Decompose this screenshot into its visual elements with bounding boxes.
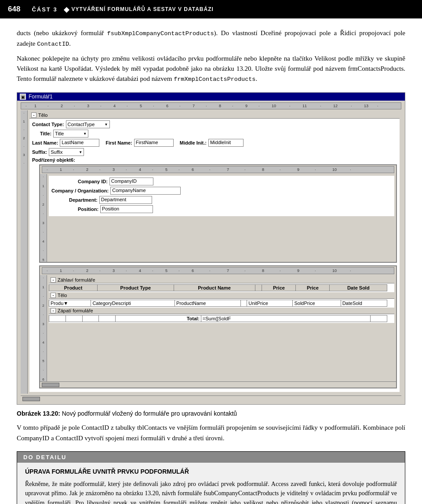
title-row: Title: Title ▼ [32,130,397,138]
form-telo-section: · 1 · 2 · 3 · - Tělo [21,110,401,394]
products-form-main: - Záhlaví formuláře Product Pro [47,275,396,381]
products-header-section: - Záhlaví formuláře [49,277,394,283]
data-datesold: DateSold [341,300,387,307]
page-number: 648 [8,5,20,14]
products-footer-data: Total: =Sum([SoldF [49,314,394,323]
page-header: 648 ČÁST 3 ◆ Vytváření formulářů a sesta… [0,0,422,18]
products-data: Produ▼ CategoryDescripti ProductName Uni… [49,299,394,308]
products-footer-table: Total: =Sum([SoldF [49,315,387,322]
products-header-table: Product Product Type Product Name Price … [49,284,387,291]
lastname-input[interactable]: LastName [60,139,99,147]
products-subform-inner: · 1 · 2 · 3 · 4 · 5 [40,275,396,381]
contact-type-row: Contact Type: ContactType ▼ [32,120,397,128]
scrollbar-thumb[interactable] [42,383,59,387]
dropdown-arrow: ▼ [105,123,108,127]
companyid-row: Company ID: CompanyID [51,178,392,185]
subform-label: Podřízený objekt6: [32,157,75,163]
data-soldprice: SoldPrice [293,300,341,307]
col-price2: Price [296,285,330,291]
chapter-label: ČÁST 3 [32,6,57,13]
footer-empty2 [65,315,82,322]
form-inner: Contact Type: ContactType ▼ Title: Title [29,119,400,392]
products-v-ruler: · 1 · 2 · 3 · 4 · 5 [40,275,47,381]
middleinit-input[interactable]: MiddleInit [208,139,244,147]
chapter-title: Vytváření formulářů a sestav v databázi [72,6,214,12]
products-data-row: Produ▼ CategoryDescripti ProductName Uni… [49,300,387,307]
products-body-expand[interactable]: - [51,293,56,298]
top-ruler: · 1 · 2 · 3 · 4 · 5 · 6 · 7 · 8 · 9 · 10 [21,102,401,109]
figure-caption-label: Obrázek 13.20: [17,410,60,417]
subform-fields: Company ID: CompanyID Company / Organiza… [47,174,396,262]
form-icon: ▣ [20,94,26,100]
col-empty [255,285,262,291]
detail-box-title: ÚPRAVA FORMULÁŘE UVNITŘ PRVKU PODFORMULÁ… [25,468,397,475]
figure-caption: Obrázek 13.20: Nový podformulář vložený … [17,409,405,418]
main-content: ducts (nebo ukázkový formulář fsubXmplCo… [0,18,422,504]
products-footer-section: - Zápatí formuláře [49,308,394,314]
form-screenshot: ▣ Formulář1 · 1 · 2 · 3 · 4 · 5 · 6 · 7 … [17,92,405,405]
products-ruler: · 1 · 2 · 3 · 4 · 5 · 6 [42,267,394,274]
detail-text-1: Řekněme, že máte podformulář, který jste… [25,481,397,504]
title-label: Title: [40,131,51,136]
detail-box-paragraph-1: Řekněme, že máte podformulář, který jste… [25,479,397,504]
expand-icon[interactable]: - [31,112,36,118]
products-header-label: Záhlaví formuláře [58,277,95,283]
department-input[interactable]: Department [99,196,152,204]
body-text: V tomto případě je pole ContactID z tabu… [17,424,405,441]
department-label: Department: [69,197,98,203]
suffix-label: Suffix: [32,149,47,155]
h-scrollbar[interactable] [40,381,396,388]
companyname-input[interactable]: CompanyName [110,187,181,195]
v-ruler: · 1 · 2 · 3 · [21,110,28,394]
footer-empty3 [82,315,99,322]
paragraph-1: ducts (nebo ukázkový formulář fsubXmplCo… [17,28,405,49]
title-dropdown-arrow: ▼ [83,132,87,136]
subform-label-row: Podřízený objekt6: [32,157,397,163]
detail-box-content: ÚPRAVA FORMULÁŘE UVNITŘ PRVKU PODFORMULÁ… [17,463,405,504]
position-input[interactable]: Position [100,205,153,213]
title-input[interactable]: Title ▼ [53,130,88,138]
data-empty [241,300,247,307]
main-h-scrollbar[interactable] [21,395,401,402]
suffix-input[interactable]: Suffix ▼ [49,148,84,156]
col-date-sold: Date Sold [330,285,387,291]
products-footer-row: Total: =Sum([SoldF [49,315,387,322]
products-footer-expand[interactable]: - [51,308,56,313]
companyname-row: Company / Organization: CompanyName [51,187,392,195]
position-label: Position: [78,207,98,212]
figure-caption-text: Nový podformulář vložený do formuláře pr… [60,410,237,417]
diamond-icon: ◆ [64,5,69,14]
products-body-label: Tělo [58,293,67,298]
products-body-section: - Tělo [49,292,394,299]
position-row: Position: Position [51,205,392,213]
data-product: Produ▼ [49,300,91,307]
contact-type-input[interactable]: ContactType ▼ [66,120,110,128]
subform-container: · 1 · 2 · 3 · 4 · 5 · 6 [39,164,397,263]
name-row: Last Name: LastName First Name: FirstNam… [32,139,397,147]
p1-code2: ContactID [37,41,69,47]
form-body: · 1 · 2 · 3 · 4 · 5 · 6 · 7 · 8 · 9 · 10 [17,101,405,404]
products-expand-icon[interactable]: - [51,277,56,283]
footer-empty1 [49,315,66,322]
body-paragraph: V tomto případě je pole ContactID z tabu… [17,423,405,443]
products-header-row: Product Product Type Product Name Price … [49,285,387,291]
footer-empty5 [371,315,387,322]
subform-v-ruler: · 1 · 2 · 3 · 4 · 5 [40,174,47,262]
subform-inner-fields: Company ID: CompanyID Company / Organiza… [49,176,394,216]
col-product-type: Product Type [98,285,174,291]
main-scrollbar-thumb[interactable] [22,397,40,401]
detail-box-header: DO DETAILU [17,452,405,463]
inner-ruler: · 1 · 2 · 3 · 4 · 5 · 6 [42,166,394,173]
section-header-telo: - Tělo [29,112,400,119]
p1-text3: . [69,40,71,47]
data-unitprice: UnitPrice [247,300,293,307]
products-subform-container: · 1 · 2 · 3 · 4 · 5 · 6 [39,265,397,388]
form-main-area: - Tělo Contact Type: ContactType ▼ [28,110,401,394]
companyid-input[interactable]: CompanyID [109,178,153,185]
footer-empty4 [99,315,116,322]
form-titlebar: ▣ Formulář1 [17,93,405,101]
data-productname: ProductName [175,300,241,307]
p1-text1: ducts (nebo ukázkový formulář [17,29,107,36]
firstname-input[interactable]: FirstName [134,139,174,147]
lastname-label: Last Name: [32,140,58,145]
